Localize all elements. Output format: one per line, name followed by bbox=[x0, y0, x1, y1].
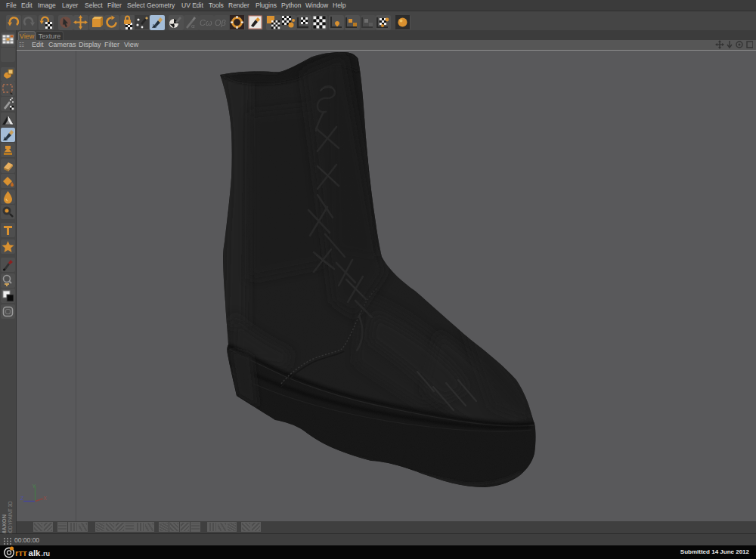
svg-text:Cω: Cω bbox=[200, 18, 212, 27]
svg-text:X: X bbox=[43, 496, 47, 501]
svg-text:alk: alk bbox=[29, 548, 42, 557]
svg-text:Oβ: Oβ bbox=[215, 18, 227, 27]
svg-text:rтт: rтт bbox=[15, 548, 27, 557]
svg-text:Z: Z bbox=[20, 496, 24, 501]
svg-text:Y: Y bbox=[33, 483, 36, 489]
svg-text:.ru: .ru bbox=[42, 550, 51, 557]
svg-text:α: α bbox=[191, 23, 195, 29]
